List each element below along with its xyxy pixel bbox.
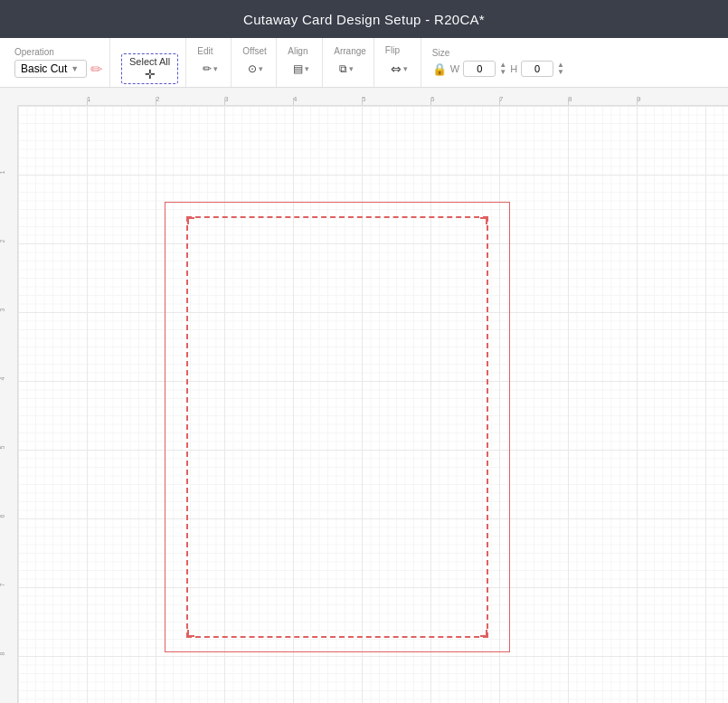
height-label: H	[510, 63, 517, 74]
offset-label: Offset	[242, 46, 267, 56]
grid-canvas[interactable]	[18, 106, 728, 703]
select-all-label: Select All	[129, 56, 170, 67]
card-dashed-border[interactable]	[186, 216, 488, 638]
select-all-button[interactable]: Select All ✛	[121, 53, 178, 84]
size-label: Size	[432, 48, 449, 58]
height-stepper[interactable]: ▲ ▼	[557, 62, 564, 76]
edit-label: Edit	[197, 46, 213, 56]
edit-icon: ✏	[203, 62, 212, 75]
corner-mark-tr	[480, 217, 487, 224]
ruler-left-tick-1: 1	[0, 171, 5, 175]
flip-dropdown-arrow: ▾	[403, 64, 408, 73]
title-bar: Cutaway Card Design Setup - R20CA*	[0, 0, 728, 38]
operation-value: Basic Cut	[21, 62, 67, 75]
operation-dropdown-arrow: ▼	[71, 64, 79, 73]
flip-label: Flip	[385, 45, 400, 55]
operation-select[interactable]: Basic Cut ▼	[14, 60, 87, 78]
operation-label: Operation	[14, 47, 54, 57]
corner-mark-bl	[187, 630, 194, 637]
size-group: Size 🔒 W ▲ ▼ H ▲ ▼	[425, 38, 572, 87]
edit-pencil-icon[interactable]: ✏	[90, 61, 102, 78]
offset-icon: ⊙	[248, 62, 257, 75]
ruler-left-tick-7: 7	[0, 584, 5, 587]
canvas-area[interactable]: 1 2 3 4 5 6 7 8 9 1 2 3 4 5	[0, 88, 728, 703]
offset-group: Offset ⊙ ▾	[235, 38, 277, 87]
ruler-left-tick-3: 3	[0, 309, 5, 312]
align-dropdown-arrow: ▾	[305, 64, 309, 73]
select-all-group: x Select All ✛	[114, 38, 186, 87]
corner-mark-tl	[187, 217, 194, 224]
mid-mark-right	[165, 214, 171, 216]
height-down-arrow: ▼	[557, 69, 564, 76]
edit-button[interactable]: ✏ ▾	[197, 59, 223, 79]
width-input[interactable]	[463, 61, 496, 77]
width-stepper[interactable]: ▲ ▼	[499, 62, 506, 76]
select-all-icon: ✛	[145, 67, 156, 81]
ruler-left: 1 2 3 4 5 6 7 8	[0, 106, 18, 703]
edit-dropdown-arrow: ▾	[213, 64, 218, 73]
corner-mark-br	[480, 630, 487, 637]
arrange-group: Arrange ⧉ ▾	[326, 38, 374, 87]
width-down-arrow: ▼	[499, 69, 506, 76]
ruler-left-tick-4: 4	[0, 377, 5, 381]
arrange-icon: ⧉	[339, 62, 347, 75]
toolbar: Operation Basic Cut ▼ ✏ x Select All ✛ E…	[0, 38, 728, 88]
edit-group: Edit ✏ ▾	[190, 38, 232, 87]
ruler-left-tick-2: 2	[0, 240, 5, 243]
app-title: Cutaway Card Design Setup - R20CA*	[243, 12, 485, 27]
align-button[interactable]: ▤ ▾	[288, 59, 315, 79]
ruler-left-tick-6: 6	[0, 515, 5, 518]
operation-group: Operation Basic Cut ▼ ✏	[7, 38, 110, 87]
arrange-label: Arrange	[334, 46, 366, 56]
height-input[interactable]	[521, 61, 553, 77]
flip-button[interactable]: ⇔ ▾	[385, 58, 413, 80]
align-label: Align	[288, 46, 307, 56]
flip-group: Flip ⇔ ▾	[378, 38, 421, 87]
width-label: W	[450, 63, 459, 74]
offset-dropdown-arrow: ▾	[259, 64, 263, 73]
align-group: Align ▤ ▾	[280, 38, 323, 87]
ruler-left-tick-5: 5	[0, 446, 5, 450]
offset-button[interactable]: ⊙ ▾	[242, 59, 269, 79]
align-icon: ▤	[293, 62, 303, 75]
flip-icon: ⇔	[391, 62, 402, 76]
lock-icon: 🔒	[432, 62, 447, 76]
arrange-button[interactable]: ⧉ ▾	[334, 59, 359, 79]
ruler-left-tick-8: 8	[0, 652, 5, 656]
arrange-dropdown-arrow: ▾	[349, 64, 354, 73]
ruler-top: 1 2 3 4 5 6 7 8 9	[18, 88, 728, 106]
